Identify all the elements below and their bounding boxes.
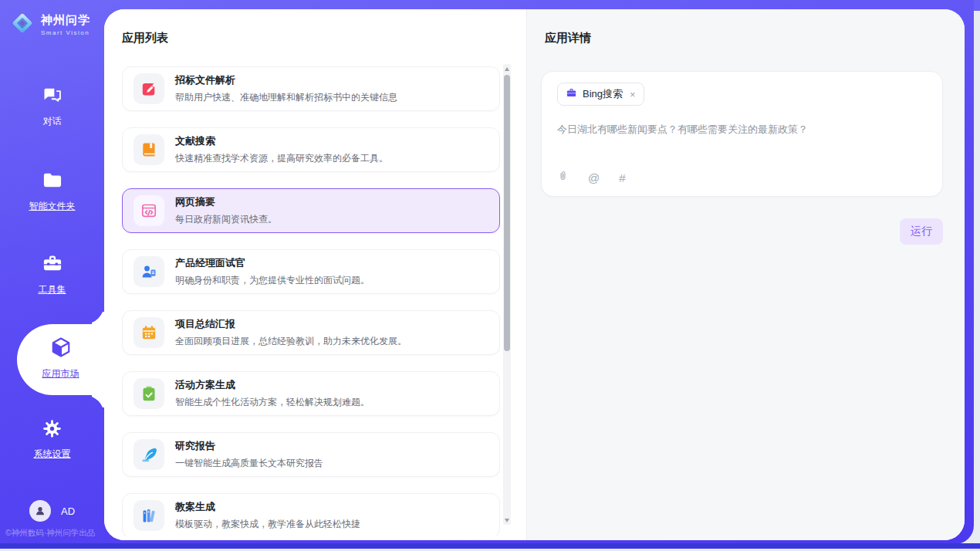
- run-row: 运行: [527, 218, 943, 245]
- logo-title: 神州问学: [41, 13, 90, 28]
- app-card-research-report[interactable]: 研究报告 一键智能生成高质量长文本研究报告: [122, 432, 500, 477]
- scrollbar-thumb[interactable]: [504, 75, 510, 351]
- sidebar-item-app-market[interactable]: 应用市场: [17, 324, 104, 395]
- app-list-scrollbar[interactable]: [503, 64, 511, 525]
- prompt-card: Bing搜索 × 今日湖北有哪些新闻要点？有哪些需要关注的最新政策？ @ #: [541, 71, 943, 197]
- app-card-lesson-plan[interactable]: 教案生成 模板驱动，教案快成，教学准备从此轻松快捷: [122, 493, 500, 536]
- app-card-event-plan[interactable]: 活动方案生成 智能生成个性化活动方案，轻松解决规划难题。: [122, 371, 500, 416]
- sidebar-item-settings[interactable]: 系统设置: [0, 418, 104, 461]
- run-button[interactable]: 运行: [900, 218, 943, 245]
- tool-chip-label: Bing搜索: [583, 87, 623, 101]
- cube-icon: [49, 348, 73, 361]
- sidebar-item-label: 智能文件夹: [0, 200, 104, 213]
- app-card-desc: 快速精准查找学术资源，提高研究效率的必备工具。: [175, 152, 388, 165]
- sidebar-item-label: 对话: [0, 115, 104, 128]
- briefcase-icon: [566, 87, 577, 102]
- sidebar-item-label: 应用市场: [17, 367, 104, 380]
- app-card-webpage-summary[interactable]: 网页摘要 每日政府新闻资讯快查。: [122, 188, 500, 233]
- app-card-title: 项目总结汇报: [175, 317, 407, 331]
- app-logo: 神州问学 Smart Vision: [9, 10, 90, 39]
- app-card-bid-parse[interactable]: 招标文件解析 帮助用户快速、准确地理解和解析招标书中的关键信息: [122, 66, 500, 111]
- sidebar-item-smart-folder[interactable]: 智能文件夹: [0, 170, 104, 213]
- bottom-accent-bar: [0, 543, 980, 549]
- sidebar-item-label: 工具集: [0, 283, 104, 296]
- toolbox-icon: [42, 264, 63, 277]
- folder-icon: [42, 181, 63, 194]
- logo-subtitle: Smart Vision: [41, 29, 90, 36]
- user-account[interactable]: AD: [29, 500, 75, 522]
- paperclip-icon[interactable]: [557, 169, 569, 186]
- sidebar: 神州问学 Smart Vision 对话 智能文件夹: [0, 0, 104, 544]
- app-card-title: 活动方案生成: [175, 378, 370, 392]
- sidebar-item-toolset[interactable]: 工具集: [0, 253, 104, 296]
- sidebar-item-label: 系统设置: [0, 448, 104, 461]
- app-card-desc: 全面回顾项目进展，总结经验教训，助力未来优化发展。: [175, 335, 407, 348]
- app-detail-panel: 应用详情 Bing搜索 × 今日湖北有哪些新闻要点？有哪些需要关注的最新政策？: [527, 9, 965, 540]
- avatar: [29, 500, 51, 522]
- scroll-up-icon[interactable]: [503, 64, 511, 73]
- app-card-desc: 一键智能生成高质量长文本研究报告: [175, 457, 323, 470]
- logo-diamond-icon: [9, 10, 35, 39]
- app-card-literature-search[interactable]: 文献搜索 快速精准查找学术资源，提高研究效率的必备工具。: [122, 127, 500, 172]
- gear-icon: [42, 428, 63, 441]
- app-card-pm-interviewer[interactable]: 产品经理面试官 明确身份和职责，为您提供专业性的面试问题。: [122, 249, 500, 294]
- app-detail-title: 应用详情: [545, 31, 591, 46]
- app-card-title: 产品经理面试官: [175, 256, 370, 270]
- main-content: 应用列表 招标文件解析 帮助用户快速、准确地理解和解析招标书中的关键信息: [104, 9, 965, 540]
- app-card-desc: 帮助用户快速、准确地理解和解析招标书中的关键信息: [175, 91, 397, 104]
- clipboard-check-icon: [133, 378, 164, 409]
- app-card-title: 招标文件解析: [175, 73, 397, 87]
- app-card-desc: 智能生成个性化活动方案，轻松解决规划难题。: [175, 396, 370, 409]
- book-icon: [133, 134, 164, 165]
- app-list-title: 应用列表: [122, 31, 168, 46]
- research-icon: [133, 439, 164, 470]
- composer-toolbar: @ #: [557, 169, 626, 186]
- copyright-footer: ©神州数码·神州问学出品: [5, 528, 95, 539]
- chat-icon: [42, 96, 63, 109]
- webpage-icon: [133, 195, 164, 226]
- app-card-list: 招标文件解析 帮助用户快速、准确地理解和解析招标书中的关键信息 文献搜索: [122, 66, 500, 536]
- prompt-input[interactable]: 今日湖北有哪些新闻要点？有哪些需要关注的最新政策？: [557, 122, 927, 137]
- calendar-icon: [133, 317, 164, 348]
- app-card-title: 研究报告: [175, 439, 323, 453]
- hash-icon[interactable]: #: [619, 171, 625, 184]
- mention-icon[interactable]: @: [588, 171, 600, 184]
- app-list-panel: 应用列表 招标文件解析 帮助用户快速、准确地理解和解析招标书中的关键信息: [104, 9, 527, 540]
- close-icon[interactable]: ×: [630, 89, 636, 100]
- app-card-desc: 模板驱动，教案快成，教学准备从此轻松快捷: [175, 518, 360, 531]
- app-card-title: 教案生成: [175, 500, 360, 514]
- tool-chip-bing-search[interactable]: Bing搜索 ×: [557, 83, 644, 106]
- app-card-desc: 每日政府新闻资讯快查。: [175, 213, 277, 226]
- app-card-title: 文献搜索: [175, 134, 388, 148]
- books-icon: [133, 500, 164, 531]
- interviewer-icon: [133, 256, 164, 287]
- app-card-desc: 明确身份和职责，为您提供专业性的面试问题。: [175, 274, 370, 287]
- scroll-down-icon[interactable]: [503, 516, 511, 525]
- app-card-project-summary[interactable]: 项目总结汇报 全面回顾项目进展，总结经验教训，助力未来优化发展。: [122, 310, 500, 355]
- doc-edit-icon: [133, 73, 164, 104]
- user-name: AD: [61, 505, 75, 517]
- sidebar-item-chat[interactable]: 对话: [0, 85, 104, 128]
- app-card-title: 网页摘要: [175, 195, 277, 209]
